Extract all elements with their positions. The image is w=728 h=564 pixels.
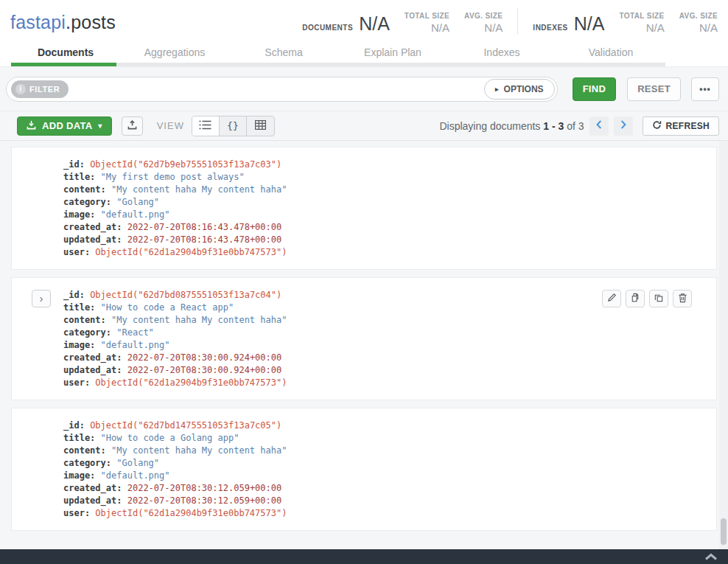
tab-documents[interactable]: Documents [11,46,120,58]
stats-divider [517,8,518,35]
document-field: _id: ObjectId("62d7b9eb75551053f13a7c03"… [63,159,701,171]
copy-icon [630,293,640,305]
namespace-title: fastapi.posts [10,12,116,33]
chevron-left-icon [596,120,602,131]
table-view-button[interactable] [247,116,274,136]
document-field: title: "My first demo post always" [63,171,701,184]
documents-stat-label: DOCUMENTS [302,24,353,32]
indexes-stat-label: INDEXES [533,24,567,32]
documents-stat: DOCUMENTS N/A [302,13,390,35]
document-field: category: "React" [63,327,701,339]
list-view-icon [199,120,211,132]
list-view-button[interactable] [192,116,220,136]
table-view-icon [255,120,266,132]
more-options-button[interactable]: ••• [691,77,719,101]
document-field: created_at: 2022-07-20T08:30:12.059+00:0… [63,482,701,495]
expand-document-button[interactable]: › [32,290,51,307]
document-field: user: ObjectId("62d1a2904b9f31e0bb747573… [63,377,701,389]
previous-page-button[interactable] [589,116,609,136]
tab-explain-plan[interactable]: Explain Plan [338,46,447,58]
documents-toolbar: ADD DATA ▾ VIEW {} Displaying documents … [0,111,728,141]
json-braces-icon: {} [227,120,239,131]
next-page-button[interactable] [614,116,633,136]
edit-document-button[interactable] [602,290,621,307]
document-field: created_at: 2022-07-20T08:30:00.924+00:0… [63,352,701,364]
document-field: created_at: 2022-07-20T08:16:43.478+00:0… [63,221,701,234]
scrollbar-track [719,141,728,549]
tab-aggregations[interactable]: Aggregations [120,46,229,58]
scrollbar-thumb[interactable] [721,518,727,545]
options-button[interactable]: ▸ OPTIONS [484,79,555,100]
clone-document-button[interactable] [649,290,668,307]
document-range: 1 - 3 [543,120,564,132]
document-card: ›_id: ObjectId("62d7bd0875551053f13a7c04… [11,277,717,400]
refresh-button[interactable]: REFRESH [643,116,719,136]
collection-stats: DOCUMENTS N/A TOTAL SIZE N/A AVG. SIZE N… [302,8,718,36]
document-field: category: "Golang" [63,457,701,470]
collection-tabbar: Documents Aggregations Schema Explain Pl… [0,41,728,66]
indexes-avg-size-stat: AVG. SIZE N/A [679,12,718,35]
download-tray-icon [27,120,36,132]
document-field: title: "How to code a Golang app" [63,432,701,445]
compass-collection-view: fastapi.posts DOCUMENTS N/A TOTAL SIZE N… [0,0,728,564]
indexes-stat-value: N/A [574,13,605,35]
document-field: _id: ObjectId("62d7bd1475551053f13a7c05"… [63,419,701,432]
delete-document-button[interactable] [673,290,692,307]
add-data-button[interactable]: ADD DATA ▾ [17,116,112,136]
collection-header: fastapi.posts DOCUMENTS N/A TOTAL SIZE N… [0,0,728,41]
document-field: updated_at: 2022-07-20T08:16:43.478+00:0… [63,234,701,246]
export-collection-button[interactable] [122,116,143,136]
view-switcher: {} [192,116,275,136]
documents-avg-size-stat: AVG. SIZE N/A [464,12,503,35]
copy-document-button[interactable] [626,290,645,307]
pencil-icon [607,293,617,304]
tab-indexes[interactable]: Indexes [447,46,556,58]
documents-total-size-stat: TOTAL SIZE N/A [405,12,449,35]
find-button[interactable]: FIND [573,77,617,101]
document-card: _id: ObjectId("62d7b9eb75551053f13a7c03"… [11,147,717,270]
caret-right-icon: ▸ [495,86,499,93]
document-field: content: "My content haha My content hah… [63,184,701,196]
view-label: VIEW [157,120,184,131]
document-field: content: "My content haha My content hah… [63,445,701,457]
tab-schema[interactable]: Schema [229,46,338,58]
trash-icon [678,293,687,305]
documents-stat-value: N/A [359,13,390,35]
reset-button[interactable]: RESET [627,77,681,101]
json-view-button[interactable]: {} [220,116,247,136]
displaying-documents-text: Displaying documents 1 - 3 of 3 [439,120,584,132]
document-field: updated_at: 2022-07-20T08:30:00.924+00:0… [63,364,701,377]
indexes-stat: INDEXES N/A [533,13,604,35]
document-total: 3 [578,120,584,132]
collection-name: .posts [66,12,116,32]
document-actions [602,290,692,307]
document-field: image: "default.png" [63,470,701,482]
query-bar: FILTER ▸ OPTIONS FIND RESET ••• [0,66,728,111]
filter-input[interactable]: FILTER ▸ OPTIONS [6,77,558,102]
clone-icon [654,293,664,305]
document-field: user: ObjectId("62d1a2904b9f31e0bb747573… [63,507,701,520]
document-field: image: "default.png" [63,339,701,352]
document-field: category: "Golang" [63,196,701,209]
refresh-icon [652,120,662,132]
expand-statusbar-button[interactable] [704,551,718,563]
document-field: user: ObjectId("62d1a2904b9f31e0bb747573… [63,246,701,259]
info-icon [15,84,26,94]
caret-down-icon: ▾ [98,122,102,130]
status-bar [0,549,728,564]
document-list: _id: ObjectId("62d7b9eb75551053f13a7c03"… [0,141,728,549]
filter-badge: FILTER [11,80,69,98]
document-field: image: "default.png" [63,209,701,221]
document-field: content: "My content haha My content hah… [63,314,701,327]
database-name: fastapi [10,12,66,32]
document-field: updated_at: 2022-07-20T08:30:12.059+00:0… [63,495,701,507]
document-card: _id: ObjectId("62d7bd1475551053f13a7c05"… [11,408,717,531]
indexes-total-size-stat: TOTAL SIZE N/A [619,12,664,35]
chevron-up-icon [704,551,718,563]
chevron-right-icon [620,120,626,131]
upload-tray-icon [127,120,137,132]
tab-validation[interactable]: Validation [556,46,665,58]
